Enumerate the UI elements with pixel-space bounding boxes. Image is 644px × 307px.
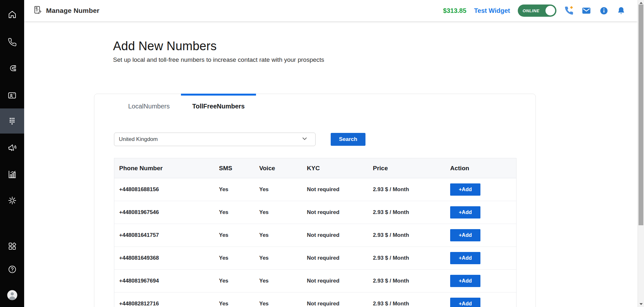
apps-grid-icon (8, 242, 17, 251)
call-icon[interactable] (564, 6, 574, 15)
add-number-button[interactable]: +Add (450, 298, 480, 307)
mail-icon[interactable] (582, 6, 591, 15)
phone-number-cell: +448081688156 (114, 186, 219, 193)
sidebar-item-apps[interactable] (0, 234, 24, 259)
col-header-action: Action (450, 165, 516, 172)
topbar: Manage Number $313.85 Test Widget ONLINE (24, 0, 638, 21)
scroll-down-arrow[interactable] (638, 302, 644, 306)
kyc-cell: Not required (307, 278, 373, 284)
col-header-voice: Voice (259, 165, 307, 172)
col-header-kyc: KYC (307, 165, 373, 172)
add-number-button[interactable]: +Add (450, 252, 480, 264)
bar-chart-icon (7, 170, 17, 179)
kyc-cell: Not required (307, 186, 373, 193)
table-row: +448081641757 Yes Yes Not required 2.93 … (114, 224, 516, 247)
add-number-button[interactable]: +Add (450, 275, 480, 287)
price-cell: 2.93 $ / Month (373, 255, 450, 261)
table-row: +448081967546 Yes Yes Not required 2.93 … (114, 201, 516, 224)
phone-number-cell: +448081967546 (114, 209, 219, 216)
avatar (7, 290, 18, 301)
sms-cell: Yes (219, 278, 259, 284)
dialpad-icon (8, 117, 16, 126)
kyc-cell: Not required (307, 232, 373, 238)
sidebar-item-campaigns[interactable] (0, 135, 24, 160)
bell-icon[interactable] (616, 6, 626, 15)
page-header-title: Manage Number (46, 7, 99, 14)
phone-number-cell: +448081649368 (114, 255, 219, 261)
voice-cell: Yes (259, 301, 307, 307)
phone-number-cell: +448081641757 (114, 232, 219, 238)
app-window: Manage Number $313.85 Test Widget ONLINE (0, 0, 644, 307)
price-cell: 2.93 $ / Month (373, 301, 450, 307)
sms-cell: Yes (219, 186, 259, 193)
main-content: Add New Numbers Set up local and toll-fr… (24, 21, 638, 307)
phone-number-cell: +448081967694 (114, 278, 219, 284)
add-number-button[interactable]: +Add (450, 183, 480, 196)
price-cell: 2.93 $ / Month (373, 232, 450, 238)
home-icon (7, 10, 17, 19)
help-icon (8, 265, 17, 274)
numbers-table: Phone Number SMS Voice KYC Price Action … (114, 158, 516, 307)
voice-cell: Yes (259, 255, 307, 261)
info-icon[interactable] (599, 6, 609, 15)
megaphone-icon (6, 142, 18, 154)
voice-cell: Yes (259, 209, 307, 216)
price-cell: 2.93 $ / Month (373, 186, 450, 193)
table-row: +448082812716 Yes Yes Not required 2.93 … (114, 293, 516, 307)
sidebar-item-lead-magnet[interactable] (0, 56, 24, 81)
tab-bar: LocalNumbers TollFreeNumbers (117, 94, 535, 118)
scrollbar-thumb[interactable] (639, 5, 643, 225)
col-header-phone: Phone Number (114, 165, 219, 172)
filter-row: United Kingdom Search (114, 133, 365, 146)
table-row: +448081967694 Yes Yes Not required 2.93 … (114, 270, 516, 293)
sidebar-item-profile[interactable] (0, 283, 24, 307)
sidebar-item-settings[interactable] (0, 188, 24, 213)
page-subtitle: Set up local and toll-free numbers to in… (113, 56, 324, 63)
kyc-cell: Not required (307, 255, 373, 261)
page-scrollbar[interactable] (638, 0, 644, 307)
add-number-button[interactable]: +Add (450, 229, 480, 241)
voice-cell: Yes (259, 186, 307, 193)
price-cell: 2.93 $ / Month (373, 278, 450, 284)
toggle-knob (545, 6, 555, 15)
online-status-toggle[interactable]: ONLINE (518, 5, 556, 17)
sms-cell: Yes (219, 301, 259, 307)
sidebar (0, 0, 24, 307)
sidebar-item-home[interactable] (0, 2, 24, 27)
gear-icon (7, 196, 17, 205)
numbers-card: LocalNumbers TollFreeNumbers United King… (94, 94, 536, 307)
sidebar-item-calls[interactable] (0, 30, 24, 55)
sidebar-item-contacts[interactable] (0, 83, 24, 108)
account-balance: $313.85 (443, 7, 466, 14)
sms-cell: Yes (219, 209, 259, 216)
country-select[interactable]: United Kingdom (114, 133, 316, 146)
magnet-icon (8, 64, 17, 73)
add-number-button[interactable]: +Add (450, 206, 480, 219)
kyc-cell: Not required (307, 301, 373, 307)
voice-cell: Yes (259, 278, 307, 284)
phone-number-cell: +448082812716 (114, 301, 219, 307)
col-header-price: Price (373, 165, 450, 172)
col-header-sms: SMS (219, 165, 259, 172)
sidebar-item-help[interactable] (0, 257, 24, 282)
phone-icon (8, 38, 17, 47)
price-cell: 2.93 $ / Month (373, 209, 450, 216)
search-button[interactable]: Search (331, 133, 365, 146)
contact-card-icon (7, 91, 17, 100)
table-header-row: Phone Number SMS Voice KYC Price Action (114, 158, 516, 178)
kyc-cell: Not required (307, 209, 373, 216)
sms-cell: Yes (219, 232, 259, 238)
online-toggle-label: ONLINE (523, 8, 539, 13)
tab-local-numbers[interactable]: LocalNumbers (117, 94, 181, 118)
tab-toll-free-numbers[interactable]: TollFreeNumbers (181, 94, 256, 118)
page-title: Add New Numbers (113, 39, 324, 53)
sms-cell: Yes (219, 255, 259, 261)
table-row: +448081688156 Yes Yes Not required 2.93 … (114, 178, 516, 201)
voice-cell: Yes (259, 232, 307, 238)
country-select-value: United Kingdom (119, 136, 158, 143)
test-widget-link[interactable]: Test Widget (474, 7, 510, 14)
sidebar-item-analytics[interactable] (0, 162, 24, 187)
table-row: +448081649368 Yes Yes Not required 2.93 … (114, 247, 516, 270)
sidebar-item-dialpad-active[interactable] (0, 108, 24, 134)
chevron-down-icon (301, 135, 308, 144)
